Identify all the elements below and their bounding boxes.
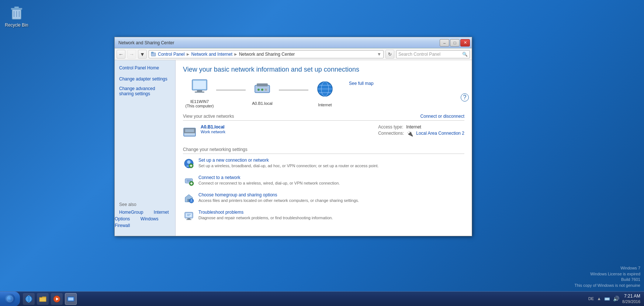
address-bar: ← → ▼ Control Panel ► Network and Intern… bbox=[115, 48, 472, 60]
svg-rect-13 bbox=[257, 83, 268, 86]
sidebar-see-also: See also HomeGroup Internet Options Wind… bbox=[115, 196, 175, 232]
maximize-button[interactable]: □ bbox=[450, 39, 460, 47]
refresh-button[interactable]: ↻ bbox=[385, 50, 394, 59]
computer-icon bbox=[190, 79, 209, 98]
svg-rect-56 bbox=[68, 298, 73, 300]
system-tray-de: DE bbox=[588, 296, 594, 301]
clock: 7:21 AM 8/29/2016 bbox=[622, 293, 640, 305]
forward-button[interactable]: → bbox=[127, 50, 136, 59]
watermark-line1: Windows 7 bbox=[574, 265, 640, 271]
network-sharing-center-window: Network and Sharing Center – □ ✕ ← → ▼ C… bbox=[114, 37, 472, 236]
content-panel: View your basic network information and … bbox=[176, 60, 472, 236]
taskbar-ie-icon[interactable] bbox=[23, 293, 35, 305]
access-type-value: Internet bbox=[406, 124, 421, 130]
svg-point-15 bbox=[261, 89, 263, 91]
page-title: View your basic network information and … bbox=[183, 66, 464, 73]
svg-rect-41 bbox=[186, 213, 192, 217]
settings-section-label: Change your networking settings bbox=[183, 147, 247, 152]
system-tray-volume[interactable]: 🔊 bbox=[613, 296, 619, 302]
connect-disconnect-link[interactable]: Connect or disconnect bbox=[420, 114, 464, 119]
router-node-label: A0.B1.local bbox=[252, 101, 273, 106]
sidebar-change-advanced-sharing[interactable]: Change advanced sharing settings bbox=[115, 85, 175, 98]
new-connection-icon bbox=[183, 158, 195, 169]
breadcrumb-dropdown-icon[interactable]: ▼ bbox=[377, 52, 381, 57]
settings-section-title: Change your networking settings bbox=[183, 147, 464, 154]
settings-item-title-0[interactable]: Set up a new connection or network bbox=[198, 158, 464, 163]
recycle-bin-graphic bbox=[8, 4, 25, 21]
settings-item-text-1: Connect to a network Connect or reconnec… bbox=[198, 175, 464, 185]
taskbar-folder-icon[interactable] bbox=[37, 293, 49, 305]
router-node: A0.B1.local bbox=[246, 82, 279, 106]
internet-icon bbox=[316, 80, 334, 101]
active-network-name[interactable]: A0.B1.local bbox=[201, 124, 378, 130]
recycle-bin-icon[interactable]: Recycle Bin bbox=[4, 4, 30, 28]
minimize-button[interactable]: – bbox=[440, 39, 449, 47]
breadcrumb-network-internet[interactable]: Network and Internet bbox=[191, 52, 232, 57]
start-button[interactable] bbox=[0, 292, 20, 306]
sidebar-control-panel-home[interactable]: Control Panel Home bbox=[115, 64, 175, 72]
svg-rect-10 bbox=[197, 90, 202, 92]
svg-rect-24 bbox=[185, 129, 194, 132]
breadcrumb-network-sharing: Network and Sharing Center bbox=[239, 52, 295, 57]
network-diagram: IE11WIN7(This computer) bbox=[183, 79, 464, 108]
settings-item-text-2: Choose homegroup and sharing options Acc… bbox=[198, 192, 464, 203]
settings-item-desc-0: Set up a wireless, broadband, dial-up, a… bbox=[198, 164, 464, 168]
network-details-right: Access type: Internet Connections: 🔌 Loc… bbox=[378, 124, 464, 138]
router-icon bbox=[253, 82, 271, 100]
connections-label: Connections: bbox=[378, 131, 404, 137]
title-bar: Network and Sharing Center – □ ✕ bbox=[115, 37, 472, 48]
system-tray-expand[interactable]: ▲ bbox=[597, 296, 601, 301]
back-button[interactable]: ← bbox=[117, 50, 125, 59]
homegroup-icon bbox=[183, 192, 195, 204]
connections-row: Connections: 🔌 Local Area Connection 2 bbox=[378, 131, 464, 137]
computer-node: IE11WIN7(This computer) bbox=[183, 79, 216, 108]
troubleshoot-icon bbox=[183, 210, 195, 221]
search-box[interactable]: Search Control Panel 🔍 bbox=[396, 50, 470, 58]
breadcrumb-control-panel[interactable]: Control Panel bbox=[158, 52, 185, 57]
active-network-icon bbox=[183, 125, 196, 141]
svg-rect-9 bbox=[193, 81, 206, 89]
settings-item-title-1[interactable]: Connect to a network bbox=[198, 175, 464, 180]
desktop: Recycle Bin Network and Sharing Center –… bbox=[0, 0, 644, 306]
connection-link[interactable]: Local Area Connection 2 bbox=[416, 131, 464, 137]
internet-node: Internet bbox=[308, 80, 342, 107]
active-network: A0.B1.local Work network Access type: In… bbox=[183, 124, 464, 141]
watermark-line3: Build 7601 bbox=[574, 277, 640, 282]
close-button[interactable]: ✕ bbox=[460, 39, 470, 47]
settings-item-title-3[interactable]: Troubleshoot problems bbox=[198, 210, 464, 215]
windows-watermark: Windows 7 Windows License is expired Bui… bbox=[574, 265, 640, 288]
network-line-1 bbox=[216, 90, 246, 90]
settings-item-title-2[interactable]: Choose homegroup and sharing options bbox=[198, 192, 464, 197]
help-button[interactable]: ? bbox=[461, 93, 469, 102]
active-networks-label: View your active networks bbox=[183, 114, 234, 119]
clock-time: 7:21 AM bbox=[622, 293, 640, 299]
connection-icon: 🔌 bbox=[407, 131, 413, 137]
see-full-map-link[interactable]: See full map bbox=[349, 79, 374, 86]
start-orb bbox=[4, 293, 15, 305]
dropdown-button[interactable]: ▼ bbox=[138, 50, 147, 59]
svg-rect-11 bbox=[195, 92, 204, 93]
search-icon[interactable]: 🔍 bbox=[462, 52, 468, 57]
computer-node-label: IE11WIN7(This computer) bbox=[185, 99, 214, 108]
recycle-bin-label: Recycle Bin bbox=[5, 23, 28, 28]
settings-item-text-0: Set up a new connection or network Set u… bbox=[198, 158, 464, 168]
taskbar-network-icon[interactable] bbox=[65, 293, 77, 305]
access-type-label: Access type: bbox=[378, 124, 403, 130]
internet-node-label: Internet bbox=[318, 103, 332, 107]
connect-network-icon bbox=[183, 175, 195, 187]
svg-point-46 bbox=[5, 294, 15, 304]
settings-item-1: Connect to a network Connect or reconnec… bbox=[183, 175, 464, 187]
breadcrumb-bar: Control Panel ► Network and Internet ► N… bbox=[149, 50, 384, 58]
svg-rect-58 bbox=[605, 298, 609, 300]
settings-item-2: Choose homegroup and sharing options Acc… bbox=[183, 192, 464, 204]
location-icon bbox=[151, 52, 156, 57]
taskbar-media-icon[interactable] bbox=[51, 293, 63, 305]
svg-point-27 bbox=[187, 160, 191, 164]
sidebar: Control Panel Home Change adapter settin… bbox=[115, 60, 176, 236]
system-tray-network[interactable] bbox=[604, 295, 610, 302]
active-network-type[interactable]: Work network bbox=[201, 130, 378, 134]
settings-item-desc-1: Connect or reconnect to a wireless, wire… bbox=[198, 181, 464, 185]
sidebar-change-adapter[interactable]: Change adapter settings bbox=[115, 75, 175, 83]
settings-item-text-3: Troubleshoot problems Diagnose and repai… bbox=[198, 210, 464, 220]
main-content: Control Panel Home Change adapter settin… bbox=[115, 60, 472, 236]
